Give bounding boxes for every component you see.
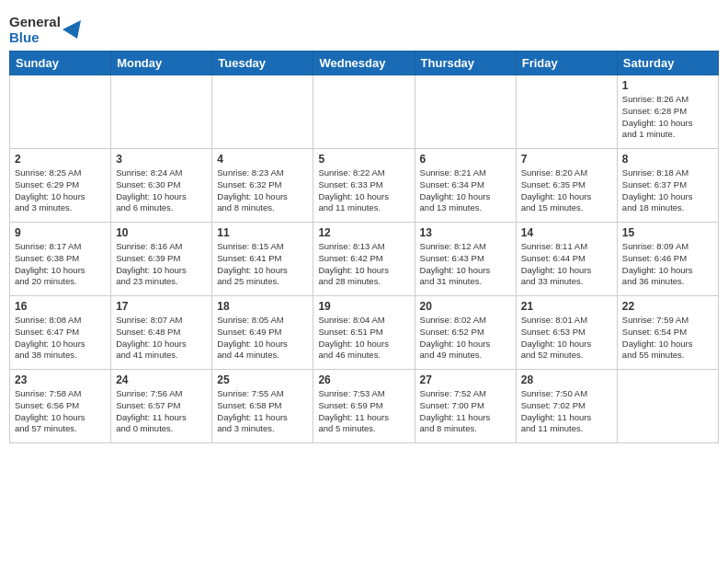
calendar-cell: 7Sunrise: 8:20 AM Sunset: 6:35 PM Daylig… [516, 149, 617, 223]
day-number: 24 [116, 373, 207, 386]
calendar-cell: 18Sunrise: 8:05 AM Sunset: 6:49 PM Dayli… [212, 296, 313, 370]
day-number: 18 [217, 300, 308, 313]
logo-general-text: General [9, 15, 61, 30]
day-number: 9 [15, 226, 106, 239]
svg-marker-0 [63, 20, 81, 39]
day-info: Sunrise: 8:04 AM Sunset: 6:51 PM Dayligh… [318, 315, 409, 362]
calendar-cell: 4Sunrise: 8:23 AM Sunset: 6:32 PM Daylig… [212, 149, 313, 223]
logo-blue-text: Blue [9, 30, 61, 46]
day-number: 15 [622, 226, 713, 239]
day-number: 10 [116, 226, 207, 239]
day-info: Sunrise: 8:08 AM Sunset: 6:47 PM Dayligh… [15, 315, 106, 362]
day-info: Sunrise: 7:56 AM Sunset: 6:57 PM Dayligh… [116, 388, 207, 435]
week-row-2: 2Sunrise: 8:25 AM Sunset: 6:29 PM Daylig… [10, 149, 719, 223]
week-row-1: 1Sunrise: 8:26 AM Sunset: 6:28 PM Daylig… [10, 75, 719, 149]
calendar-cell [111, 75, 212, 149]
calendar-cell: 9Sunrise: 8:17 AM Sunset: 6:38 PM Daylig… [10, 223, 111, 296]
day-info: Sunrise: 8:16 AM Sunset: 6:39 PM Dayligh… [116, 241, 207, 288]
day-info: Sunrise: 8:11 AM Sunset: 6:44 PM Dayligh… [521, 241, 612, 288]
calendar-cell: 16Sunrise: 8:08 AM Sunset: 6:47 PM Dayli… [10, 296, 111, 370]
calendar-cell: 20Sunrise: 8:02 AM Sunset: 6:52 PM Dayli… [415, 296, 516, 370]
calendar-cell: 21Sunrise: 8:01 AM Sunset: 6:53 PM Dayli… [516, 296, 617, 370]
day-info: Sunrise: 8:07 AM Sunset: 6:48 PM Dayligh… [116, 315, 207, 362]
day-number: 17 [116, 300, 207, 313]
day-info: Sunrise: 8:09 AM Sunset: 6:46 PM Dayligh… [622, 241, 713, 288]
calendar-cell: 14Sunrise: 8:11 AM Sunset: 6:44 PM Dayli… [516, 223, 617, 296]
calendar-cell: 22Sunrise: 7:59 AM Sunset: 6:54 PM Dayli… [617, 296, 718, 370]
day-number: 13 [420, 226, 511, 239]
day-number: 26 [318, 373, 409, 386]
weekday-header-monday: Monday [111, 52, 212, 75]
weekday-header-sunday: Sunday [10, 52, 111, 75]
day-info: Sunrise: 8:17 AM Sunset: 6:38 PM Dayligh… [15, 241, 106, 288]
day-number: 6 [420, 153, 511, 166]
day-number: 4 [217, 153, 308, 166]
weekday-header-tuesday: Tuesday [212, 52, 313, 75]
day-info: Sunrise: 8:18 AM Sunset: 6:37 PM Dayligh… [622, 167, 713, 214]
day-number: 1 [622, 79, 713, 92]
weekday-header-wednesday: Wednesday [313, 52, 415, 75]
calendar-cell: 12Sunrise: 8:13 AM Sunset: 6:42 PM Dayli… [313, 223, 415, 296]
week-row-5: 23Sunrise: 7:58 AM Sunset: 6:56 PM Dayli… [10, 370, 719, 443]
day-number: 2 [15, 153, 106, 166]
day-number: 25 [217, 373, 308, 386]
calendar-cell: 27Sunrise: 7:52 AM Sunset: 7:00 PM Dayli… [415, 370, 516, 443]
calendar-cell: 25Sunrise: 7:55 AM Sunset: 6:58 PM Dayli… [212, 370, 313, 443]
calendar-table: SundayMondayTuesdayWednesdayThursdayFrid… [9, 51, 719, 443]
day-info: Sunrise: 8:25 AM Sunset: 6:29 PM Dayligh… [15, 167, 106, 214]
day-info: Sunrise: 8:24 AM Sunset: 6:30 PM Dayligh… [116, 167, 207, 214]
calendar-cell: 8Sunrise: 8:18 AM Sunset: 6:37 PM Daylig… [617, 149, 718, 223]
calendar-cell: 2Sunrise: 8:25 AM Sunset: 6:29 PM Daylig… [10, 149, 111, 223]
day-info: Sunrise: 7:55 AM Sunset: 6:58 PM Dayligh… [217, 388, 308, 435]
calendar-cell [10, 75, 111, 149]
day-info: Sunrise: 8:12 AM Sunset: 6:43 PM Dayligh… [420, 241, 511, 288]
day-number: 27 [420, 373, 511, 386]
day-info: Sunrise: 8:05 AM Sunset: 6:49 PM Dayligh… [217, 315, 308, 362]
day-info: Sunrise: 8:21 AM Sunset: 6:34 PM Dayligh… [420, 167, 511, 214]
day-number: 16 [15, 300, 106, 313]
calendar-cell: 23Sunrise: 7:58 AM Sunset: 6:56 PM Dayli… [10, 370, 111, 443]
weekday-header-row: SundayMondayTuesdayWednesdayThursdayFrid… [10, 52, 719, 75]
day-number: 14 [521, 226, 612, 239]
day-info: Sunrise: 7:59 AM Sunset: 6:54 PM Dayligh… [622, 315, 713, 362]
day-info: Sunrise: 8:02 AM Sunset: 6:52 PM Dayligh… [420, 315, 511, 362]
day-info: Sunrise: 8:01 AM Sunset: 6:53 PM Dayligh… [521, 315, 612, 362]
calendar-cell: 3Sunrise: 8:24 AM Sunset: 6:30 PM Daylig… [111, 149, 212, 223]
calendar-cell [212, 75, 313, 149]
day-number: 20 [420, 300, 511, 313]
calendar-cell: 19Sunrise: 8:04 AM Sunset: 6:51 PM Dayli… [313, 296, 415, 370]
week-row-3: 9Sunrise: 8:17 AM Sunset: 6:38 PM Daylig… [10, 223, 719, 296]
weekday-header-saturday: Saturday [617, 52, 718, 75]
day-number: 7 [521, 153, 612, 166]
day-info: Sunrise: 7:52 AM Sunset: 7:00 PM Dayligh… [420, 388, 511, 435]
page-header: GeneralBlue [9, 9, 719, 45]
day-info: Sunrise: 7:53 AM Sunset: 6:59 PM Dayligh… [318, 388, 409, 435]
day-number: 19 [318, 300, 409, 313]
calendar-cell: 6Sunrise: 8:21 AM Sunset: 6:34 PM Daylig… [415, 149, 516, 223]
day-number: 23 [15, 373, 106, 386]
day-info: Sunrise: 8:22 AM Sunset: 6:33 PM Dayligh… [318, 167, 409, 214]
weekday-header-thursday: Thursday [415, 52, 516, 75]
calendar-cell: 1Sunrise: 8:26 AM Sunset: 6:28 PM Daylig… [617, 75, 718, 149]
calendar-cell [516, 75, 617, 149]
calendar-cell [313, 75, 415, 149]
day-info: Sunrise: 8:15 AM Sunset: 6:41 PM Dayligh… [217, 241, 308, 288]
calendar-cell: 11Sunrise: 8:15 AM Sunset: 6:41 PM Dayli… [212, 223, 313, 296]
day-number: 28 [521, 373, 612, 386]
calendar-cell: 5Sunrise: 8:22 AM Sunset: 6:33 PM Daylig… [313, 149, 415, 223]
day-info: Sunrise: 8:13 AM Sunset: 6:42 PM Dayligh… [318, 241, 409, 288]
calendar-cell [617, 370, 718, 443]
day-number: 3 [116, 153, 207, 166]
day-number: 21 [521, 300, 612, 313]
calendar-cell: 13Sunrise: 8:12 AM Sunset: 6:43 PM Dayli… [415, 223, 516, 296]
day-number: 5 [318, 153, 409, 166]
day-info: Sunrise: 8:23 AM Sunset: 6:32 PM Dayligh… [217, 167, 308, 214]
day-number: 22 [622, 300, 713, 313]
calendar-cell: 17Sunrise: 8:07 AM Sunset: 6:48 PM Dayli… [111, 296, 212, 370]
day-info: Sunrise: 8:20 AM Sunset: 6:35 PM Dayligh… [521, 167, 612, 214]
calendar-cell [415, 75, 516, 149]
calendar-cell: 28Sunrise: 7:50 AM Sunset: 7:02 PM Dayli… [516, 370, 617, 443]
logo-arrow-icon [63, 16, 81, 43]
day-number: 11 [217, 226, 308, 239]
day-info: Sunrise: 8:26 AM Sunset: 6:28 PM Dayligh… [622, 94, 713, 141]
